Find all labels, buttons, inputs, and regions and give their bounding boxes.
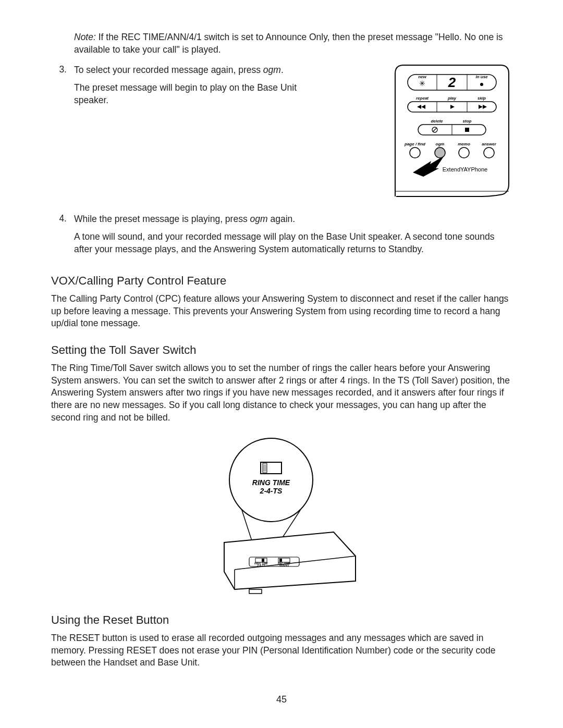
panel-label-pagefind: page / find bbox=[404, 142, 426, 146]
base-panel-figure: new ✳ 2 in use repeat play skip delete s… bbox=[392, 64, 512, 198]
panel-label-ogm: ogm bbox=[436, 142, 445, 146]
svg-line-11 bbox=[433, 128, 437, 132]
sw2-label-b: ANN/4/1 bbox=[278, 564, 289, 567]
step-3-text-b: . bbox=[281, 65, 284, 75]
heading-reset: Using the Reset Button bbox=[51, 613, 512, 627]
panel-brand: ExtendYAYPhone bbox=[443, 166, 487, 172]
note-label: Note: bbox=[74, 32, 96, 42]
reset-pin: PIN bbox=[242, 645, 258, 656]
step-3: 3. To select your recorded message again… bbox=[51, 64, 385, 112]
step-4-ogm: ogm bbox=[250, 214, 268, 224]
step-4-text-b: again. bbox=[268, 214, 296, 224]
panel-label-repeat: repeat bbox=[416, 96, 429, 101]
base-foot bbox=[249, 589, 262, 594]
step-3-ogm: ogm bbox=[263, 65, 281, 75]
step-4-number: 4. bbox=[51, 213, 74, 224]
ringtime-label-1: RING TIME bbox=[252, 478, 290, 487]
step-4-text-a: While the preset message is playing, pre… bbox=[74, 214, 250, 224]
ffwd-icon bbox=[479, 105, 483, 109]
answer-button bbox=[484, 147, 494, 158]
step-4: 4. While the preset message is playing, … bbox=[51, 213, 512, 261]
page-number: 45 bbox=[0, 694, 563, 705]
manual-page: Note: If the REC TIME/ANN/4/1 switch is … bbox=[0, 0, 563, 728]
note-text: If the REC TIME/ANN/4/1 switch is set to… bbox=[74, 32, 503, 55]
panel-label-answer: answer bbox=[482, 142, 496, 146]
step-4-body: While the preset message is playing, pre… bbox=[74, 213, 512, 261]
body-vox: The Calling Party Control (CPC) feature … bbox=[51, 293, 512, 330]
panel-label-memo: memo bbox=[458, 142, 470, 146]
inuse-dot-icon bbox=[480, 83, 483, 86]
svg-marker-8 bbox=[483, 105, 487, 109]
heading-vox: VOX/Calling Party Control Feature bbox=[51, 274, 512, 288]
svg-marker-7 bbox=[421, 105, 425, 109]
sw1-label-b: 2-4-TS bbox=[256, 564, 265, 567]
vox-cpc: CPC bbox=[158, 293, 178, 304]
panel-label-play: play bbox=[447, 96, 457, 101]
panel-display-value: 2 bbox=[448, 75, 456, 90]
body-reset: The RESET button is used to erase all re… bbox=[51, 632, 512, 669]
panel-label-delete: delete bbox=[431, 119, 443, 124]
play-icon bbox=[450, 105, 455, 109]
arrow-icon bbox=[413, 156, 444, 177]
step-4-sub: A tone will sound, and your recorded mes… bbox=[74, 231, 494, 254]
ring-time-svg: RING TIME 2-4-TS RING TIME 2-4-TS REC TI… bbox=[203, 433, 360, 595]
ring-time-figure: RING TIME 2-4-TS RING TIME 2-4-TS REC TI… bbox=[51, 433, 512, 595]
panel-label-new: new bbox=[418, 75, 426, 79]
step-3-sub: The preset message will begin to play on… bbox=[74, 82, 297, 105]
star-icon: ✳ bbox=[419, 79, 425, 88]
panel-label-stop: stop bbox=[463, 119, 472, 124]
step-3-body: To select your recorded message again, p… bbox=[74, 64, 385, 112]
base-panel-svg: new ✳ 2 in use repeat play skip delete s… bbox=[392, 64, 512, 198]
ringtime-label-2: 2-4-TS bbox=[260, 487, 283, 495]
step-3-number: 3. bbox=[51, 64, 74, 75]
body-toll: The Ring Time/Toll Saver switch allows y… bbox=[51, 362, 512, 424]
memo-button bbox=[459, 147, 469, 158]
panel-label-inuse: in use bbox=[475, 75, 488, 79]
heading-toll: Setting the Toll Saver Switch bbox=[51, 343, 512, 357]
vox-body-a: The Calling Party Control ( bbox=[51, 293, 158, 304]
rewind-icon bbox=[417, 105, 421, 109]
step-3-text-a: To select your recorded message again, p… bbox=[74, 65, 263, 75]
note-block: Note: If the REC TIME/ANN/4/1 switch is … bbox=[74, 31, 512, 56]
panel-label-skip: skip bbox=[478, 96, 486, 101]
stop-icon bbox=[465, 128, 469, 132]
pagefind-button bbox=[410, 147, 420, 158]
